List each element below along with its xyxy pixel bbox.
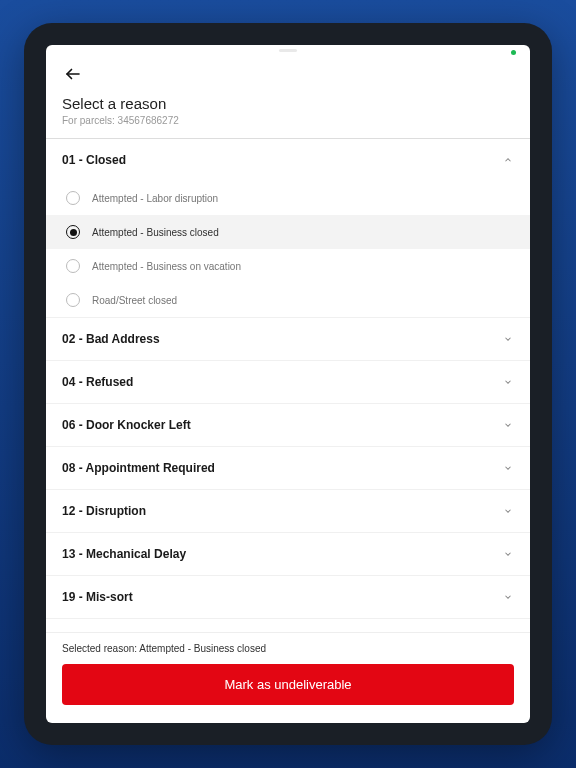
subtitle-prefix: For parcels: [62,115,118,126]
arrow-left-icon [64,65,82,83]
section-header-mechanical[interactable]: 13 - Mechanical Delay [46,533,530,575]
page-header: Select a reason For parcels: 34567686272 [46,59,530,138]
back-button[interactable] [62,63,84,85]
reason-option-label: Road/Street closed [92,295,177,306]
reason-option[interactable]: Attempted - Business closed [46,215,530,249]
section-label: 19 - Mis-sort [62,590,133,604]
section-label: 01 - Closed [62,153,126,167]
mark-undeliverable-button[interactable]: Mark as undeliverable [62,664,514,705]
status-indicator-dot [511,50,516,55]
section-label: 12 - Disruption [62,504,146,518]
page-title: Select a reason [62,95,514,112]
reason-option[interactable]: Attempted - Business on vacation [46,249,530,283]
selected-value: Attempted - Business closed [139,643,266,654]
parcel-id: 34567686272 [118,115,179,126]
reason-option-label: Attempted - Labor disruption [92,193,218,204]
section-label: 02 - Bad Address [62,332,160,346]
chevron-down-icon [502,419,514,431]
chevron-down-icon [502,376,514,388]
app-screen: Select a reason For parcels: 34567686272… [46,45,530,723]
section-header-door-knocker[interactable]: 06 - Door Knocker Left [46,404,530,446]
chevron-down-icon [502,462,514,474]
reason-option-label: Attempted - Business on vacation [92,261,241,272]
radio-icon [66,293,80,307]
page-subtitle: For parcels: 34567686272 [62,115,514,126]
selected-reason-summary: Selected reason: Attempted - Business cl… [62,643,514,654]
section-label: 13 - Mechanical Delay [62,547,186,561]
section-label: 06 - Door Knocker Left [62,418,191,432]
section-header-closed[interactable]: 01 - Closed [46,139,530,181]
chevron-down-icon [502,333,514,345]
chevron-down-icon [502,591,514,603]
tablet-frame: Select a reason For parcels: 34567686272… [24,23,552,745]
reason-option-label: Attempted - Business closed [92,227,219,238]
section-label: 04 - Refused [62,375,133,389]
radio-icon [66,191,80,205]
section-header-missort[interactable]: 19 - Mis-sort [46,576,530,618]
selected-prefix: Selected reason: [62,643,139,654]
status-bar [46,45,530,59]
section-header-appointment[interactable]: 08 - Appointment Required [46,447,530,489]
section-header-refused[interactable]: 04 - Refused [46,361,530,403]
chevron-up-icon [502,154,514,166]
footer: Selected reason: Attempted - Business cl… [46,632,530,723]
reason-option[interactable]: Attempted - Labor disruption [46,181,530,215]
chevron-down-icon [502,505,514,517]
camera-notch [279,49,297,52]
section-label: 08 - Appointment Required [62,461,215,475]
reason-list: 01 - Closed Attempted - Labor disruption… [46,139,530,632]
section-header-disruption[interactable]: 12 - Disruption [46,490,530,532]
radio-icon [66,259,80,273]
reason-option[interactable]: Road/Street closed [46,283,530,317]
section-header-bad-address[interactable]: 02 - Bad Address [46,318,530,360]
chevron-down-icon [502,548,514,560]
radio-selected-icon [66,225,80,239]
section-header-no-valid-attempt[interactable]: 21 - No Valid Delivery Attempt [46,619,530,632]
